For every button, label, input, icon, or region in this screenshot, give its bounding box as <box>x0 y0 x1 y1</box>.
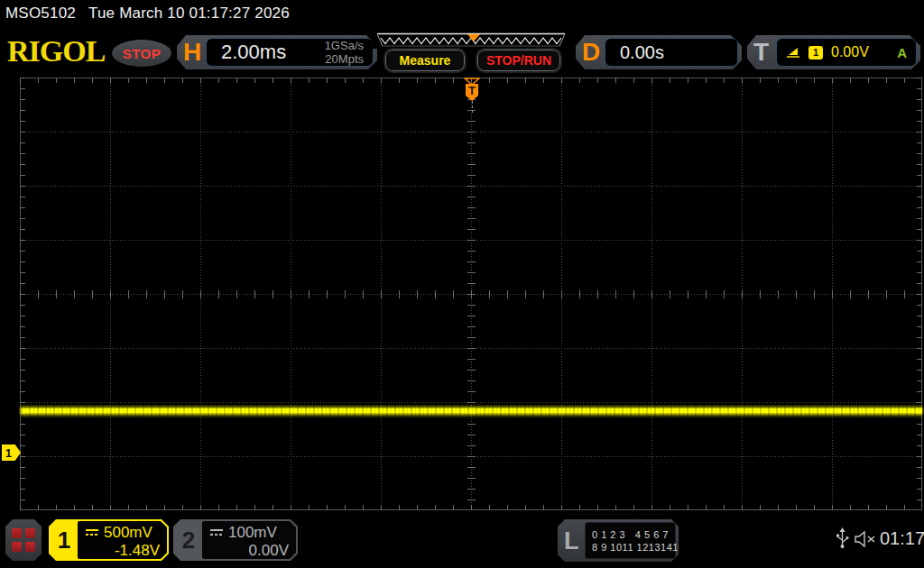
channel1-scale: 500mV <box>104 524 152 542</box>
run-state-badge: STOP <box>112 40 171 67</box>
titlebar: MSO5102 Tue March 10 01:17:27 2026 <box>5 5 290 23</box>
acquisition-info: 1GSa/s 20Mpts <box>325 39 364 66</box>
trigger-level-value: 0.00V <box>831 44 869 60</box>
delay-values: 0.00s <box>605 38 738 67</box>
grid-icon <box>12 528 35 552</box>
clock-display: 01:17 <box>880 528 924 549</box>
trigger-source-badge: 1 <box>808 46 823 60</box>
timebase-value: 2.00ms <box>221 41 286 64</box>
speaker-muted-icon <box>855 531 878 547</box>
dc-coupling-icon <box>209 528 224 537</box>
usb-icon <box>836 527 849 549</box>
run-state-label: STOP <box>123 46 162 61</box>
trigger-values: 1 0.00V A <box>776 38 917 67</box>
channel1-widget[interactable]: 1 500mV -1.48V <box>49 519 169 561</box>
delay-settings-box[interactable]: D 0.00s <box>576 35 742 69</box>
delay-value: 0.00s <box>620 42 664 63</box>
logic-channels-widget[interactable]: L 0 1 2 3 4 5 6 7 8 9 1011 12131415 <box>558 519 679 562</box>
ch1-offset-marker[interactable]: 1 <box>2 444 21 461</box>
oscilloscope-screen: MSO5102 Tue March 10 01:17:27 2026 RIGOL… <box>0 0 924 568</box>
rigol-logo: RIGOL <box>7 34 105 69</box>
sample-rate: 1GSa/s <box>325 39 364 52</box>
trigger-marker-letter: T <box>464 84 480 97</box>
logic-label: L <box>564 527 579 554</box>
trigger-label: T <box>753 38 769 67</box>
dc-coupling-icon <box>85 528 99 537</box>
logic-row-low: 0 1 2 3 4 5 6 7 <box>592 529 675 540</box>
channel1-values: 500mV -1.48V <box>78 521 167 559</box>
logic-row-high: 8 9 1011 12131415 <box>592 542 675 553</box>
datetime-text: Tue March 10 01:17:27 2026 <box>88 5 290 23</box>
channel1-number: 1 <box>49 519 79 561</box>
ch1-trace-noise <box>21 404 922 418</box>
model-name: MSO5102 <box>5 5 76 23</box>
channel2-offset: 0.00V <box>209 542 289 560</box>
stop-run-button[interactable]: STOP/RUN <box>477 50 560 71</box>
waveform-preview-strip[interactable] <box>372 32 570 49</box>
channel2-values: 100mV 0.00V <box>202 521 296 559</box>
measure-button[interactable]: Measure <box>385 50 465 71</box>
horizontal-label: H <box>183 38 201 67</box>
memory-depth: 20Mpts <box>325 52 364 66</box>
ch1-offset-marker-label: 1 <box>2 446 15 460</box>
channel2-widget[interactable]: 2 100mV 0.00V <box>173 519 298 561</box>
measure-label: Measure <box>400 53 451 68</box>
trigger-marker-dash <box>472 101 473 113</box>
trigger-settings-box[interactable]: T 1 0.00V A <box>747 35 920 69</box>
horizontal-settings-box[interactable]: H 2.00ms 1GSa/s 20Mpts <box>177 35 377 69</box>
channel2-number: 2 <box>173 519 204 561</box>
logic-channel-list: 0 1 2 3 4 5 6 7 8 9 1011 12131415 <box>585 522 676 559</box>
waveform-preview-icon <box>372 32 570 49</box>
channel2-scale: 100mV <box>228 524 277 542</box>
stop-run-label: STOP/RUN <box>486 53 551 68</box>
menu-button[interactable] <box>5 519 42 561</box>
delay-label: D <box>582 38 600 67</box>
horizontal-values: 2.00ms 1GSa/s 20Mpts <box>206 38 374 67</box>
graticule-grid <box>20 78 922 510</box>
trigger-mode-indicator: A <box>897 45 907 60</box>
channel1-offset: -1.48V <box>85 542 160 560</box>
rising-edge-icon <box>786 46 800 59</box>
